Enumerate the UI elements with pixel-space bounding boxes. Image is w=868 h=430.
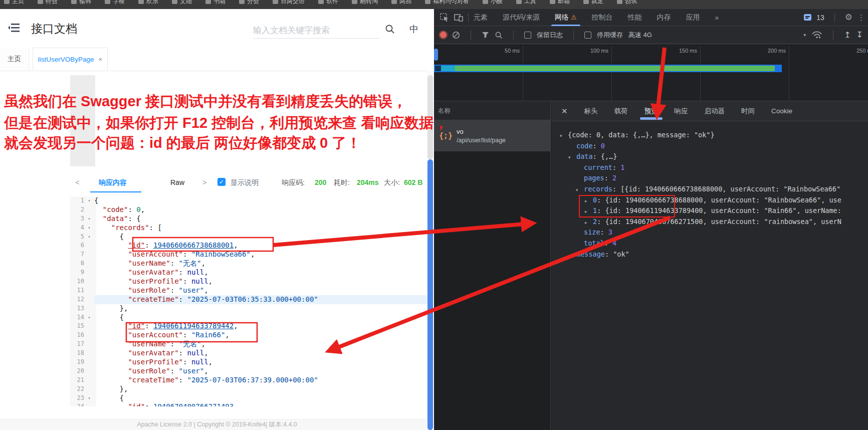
devtools-tab-内存[interactable]: 内存: [657, 13, 671, 22]
fold-caret-icon[interactable]: ▾: [84, 313, 94, 322]
editor-line: 17 "userName": "无名",: [70, 340, 427, 349]
preserve-log-checkbox[interactable]: [524, 32, 531, 39]
: [84, 402, 94, 406]
bookmark-item[interactable]: 就足: [583, 0, 603, 6]
bookmark-item[interactable]: 分会: [239, 0, 259, 6]
kebab-menu-icon[interactable]: ⋮: [857, 13, 865, 22]
fold-caret-icon[interactable]: ▾: [84, 214, 94, 224]
disable-cache-checkbox[interactable]: [584, 32, 591, 39]
response-json-editor[interactable]: 1▾{2 "code": 0,3▾ "data": {4▾ "records":…: [70, 196, 427, 406]
annotation-text-line3: 就会发现另一个问题：id 的最后 两位好像都变成 0 了！: [4, 133, 361, 153]
devtools-tab-源代码/来源[interactable]: 源代码/来源: [503, 13, 540, 22]
editor-line: 6 "id": 1940660666738688001,: [70, 241, 427, 250]
scrollbar-thumb-blue[interactable]: [427, 159, 433, 430]
editor-line: 23▾ {: [70, 394, 427, 403]
bookmark-item[interactable]: 软件: [318, 0, 338, 6]
bookmark-item[interactable]: 欣乐: [138, 0, 158, 6]
network-conditions-icon[interactable]: [811, 31, 822, 39]
details-tab-Cookie[interactable]: Cookie: [771, 107, 792, 115]
request-row-vo[interactable]: {;} vo /api/user/list/page: [434, 120, 550, 151]
bookmark-item[interactable]: 书箱: [205, 0, 226, 6]
close-details-icon[interactable]: ✕: [561, 107, 568, 116]
throttling-select[interactable]: 高速 4G: [628, 31, 652, 40]
devtools-tab-性能[interactable]: 性能: [628, 13, 642, 22]
preview-json-tree[interactable]: ▾{code: 0, data: {,…}, message: "ok"}cod…: [551, 130, 868, 430]
doc-search-input[interactable]: 输入文档关键字搜索: [253, 23, 379, 39]
import-har-icon[interactable]: ↥: [844, 30, 850, 40]
expand-caret-icon[interactable]: ▾: [560, 131, 568, 141]
details-tab-预览[interactable]: 预览: [644, 107, 658, 116]
bookmark-folder-icon: [318, 0, 324, 4]
search-icon[interactable]: [385, 24, 395, 34]
fold-caret-icon[interactable]: ▾: [84, 224, 94, 233]
timeline-gridline: [789, 46, 789, 101]
timeline-drag-handle[interactable]: [434, 49, 438, 61]
menu-fold-icon[interactable]: [8, 23, 20, 33]
inspect-element-icon[interactable]: [440, 13, 449, 22]
fold-caret-icon[interactable]: ▾: [84, 394, 94, 403]
language-toggle-button[interactable]: 中: [409, 23, 418, 35]
details-tab-标头[interactable]: 标头: [584, 107, 598, 116]
details-tab-时间[interactable]: 时间: [741, 107, 755, 116]
issues-count[interactable]: 13: [816, 14, 824, 22]
bookmark-folder-icon: [516, 0, 522, 4]
bookmark-item[interactable]: 文陆: [172, 0, 192, 6]
devtools-tab-元素[interactable]: 元素: [474, 13, 488, 22]
close-tab-icon[interactable]: ×: [99, 56, 103, 63]
tab-response-content[interactable]: 响应内容: [99, 176, 127, 188]
column-header-name[interactable]: 名称: [434, 101, 550, 120]
editor-line: 12 "createTime": "2025-07-03T06:35:33.00…: [70, 295, 427, 304]
editor-line: 13 },: [70, 304, 427, 313]
bookmark-item[interactable]: 小醒: [483, 0, 503, 6]
prev-tab-chevron[interactable]: <: [75, 176, 80, 188]
details-tab-载荷[interactable]: 载荷: [614, 107, 628, 116]
issues-icon[interactable]: [804, 14, 811, 21]
expand-caret-icon[interactable]: ▾: [576, 185, 584, 195]
filter-icon[interactable]: [482, 32, 489, 39]
tab-raw[interactable]: Raw: [170, 176, 184, 188]
expand-caret-icon[interactable]: ▸: [585, 206, 593, 217]
next-tab-chevron[interactable]: >: [202, 176, 207, 188]
devtools-tab-应用[interactable]: 应用: [686, 13, 700, 22]
bookmark-item[interactable]: 百两交语: [273, 0, 305, 6]
bookmark-item[interactable]: 勃筑: [617, 0, 637, 6]
expand-caret-icon[interactable]: ▸: [585, 218, 593, 228]
bookmark-item[interactable]: 字楼: [105, 0, 125, 6]
editor-line: 18 "userAvatar": null,: [70, 349, 427, 358]
network-overview-timeline[interactable]: 50 ms100 ms150 ms200 ms250 ms: [434, 44, 868, 101]
bookmark-item[interactable]: 主页: [4, 0, 24, 6]
fold-caret-icon[interactable]: ▾: [84, 233, 94, 242]
record-icon[interactable]: [440, 32, 447, 38]
bookmark-item[interactable]: 特合: [38, 0, 58, 6]
devtools-tab-»[interactable]: »: [715, 14, 719, 22]
details-tab-启动器[interactable]: 启动器: [705, 107, 725, 116]
bookmark-item[interactable]: 工具: [516, 0, 536, 6]
: [84, 295, 94, 304]
clear-icon[interactable]: [452, 31, 460, 39]
devtools-tab-网络[interactable]: 网络⚠: [555, 13, 577, 22]
devtools-tab-控制台[interactable]: 控制台: [592, 13, 613, 22]
gear-icon[interactable]: ⚙: [845, 12, 852, 23]
bookmark-folder-icon: [391, 0, 397, 4]
bookmark-item[interactable]: 福利均匀对看: [425, 0, 469, 6]
device-toolbar-icon[interactable]: [454, 14, 463, 22]
preserve-log-label[interactable]: 保留日志: [537, 31, 563, 40]
disable-cache-label[interactable]: 停用缓存: [597, 31, 623, 40]
request-path: /api/user/list/page: [457, 137, 506, 144]
: [84, 268, 94, 277]
export-har-icon[interactable]: ↧: [856, 30, 863, 40]
bookmark-folder-icon: [583, 0, 589, 4]
details-tab-响应[interactable]: 响应: [675, 107, 688, 116]
tab-home[interactable]: 主页: [0, 48, 29, 70]
tab-listUserVOByPage[interactable]: listUserVOByPage ×: [33, 48, 108, 70]
expand-caret-icon[interactable]: ▸: [585, 196, 593, 206]
bookmark-item[interactable]: 两品: [391, 0, 411, 6]
bookmark-item[interactable]: 输韩: [71, 0, 91, 6]
search-network-icon[interactable]: [495, 31, 503, 39]
expand-caret-icon[interactable]: ▾: [568, 152, 576, 162]
show-desc-checkbox[interactable]: ✓: [218, 178, 226, 186]
bookmark-item[interactable]: 邮箱: [550, 0, 570, 6]
throttling-caret-icon[interactable]: ▾: [803, 32, 806, 38]
fold-caret-icon[interactable]: ▾: [84, 196, 94, 205]
bookmark-item[interactable]: 翻转淘: [352, 0, 378, 6]
